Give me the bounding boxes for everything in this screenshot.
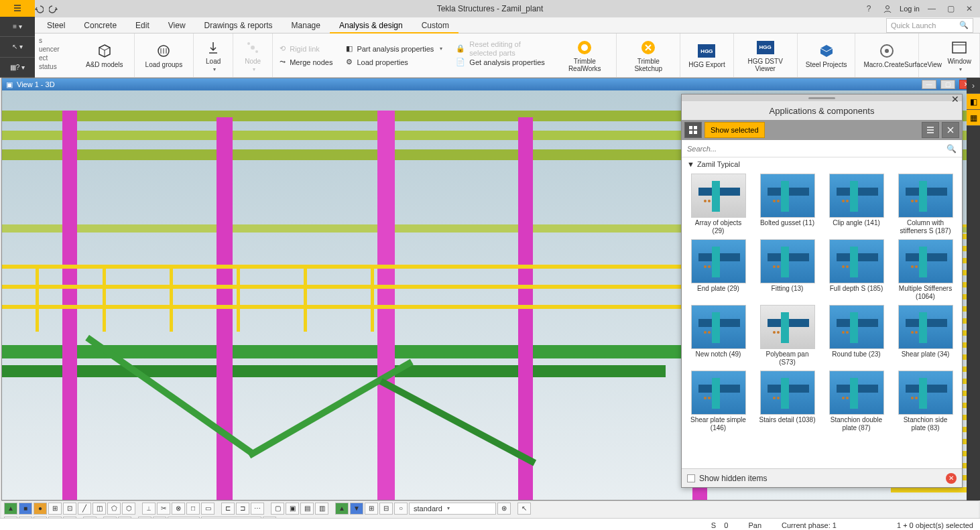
part-analysis-button[interactable]: ◧Part analysis properties [343,43,445,55]
snap-10[interactable]: ⟂ [142,503,156,515]
hgg-export-button[interactable]: HGGHGG Export [684,41,729,70]
help-icon[interactable]: ? [862,3,875,14]
login-link[interactable]: Log in [900,5,920,13]
close-icon[interactable]: ✕ [963,3,976,14]
view-window-header[interactable]: ▣ View 1 - 3D — ▢ ✕ [2,78,978,90]
grid-view-icon[interactable] [684,122,702,138]
trimble-sketchup-button[interactable]: Trimble Sketchup [621,38,676,74]
tree-header[interactable]: ▼ Zamil Typical [682,157,962,171]
standard-select[interactable]: standard [409,503,496,515]
snap-12[interactable]: ⊗ [172,503,185,515]
user-icon[interactable] [881,3,894,14]
cursor-button[interactable]: ↖ [517,503,531,515]
component-item[interactable]: Shear plate simple (146) [687,371,749,432]
show-selected-button[interactable]: Show selected [705,122,765,138]
menu-manage[interactable]: Manage [282,17,330,34]
hgg-dstv-button[interactable]: HGGHGG DSTV Viewer [738,38,793,74]
list-view-icon[interactable] [922,122,939,138]
snap-25[interactable]: ⊟ [379,503,393,515]
panel-search[interactable]: 🔍 [682,140,962,157]
snap-27[interactable]: ⊛ [497,503,511,515]
component-item[interactable]: Fitting (13) [756,239,818,301]
rail-menu-burger[interactable]: ≡ ▾ [0,17,35,37]
snap-2[interactable]: ■ [19,503,32,515]
component-item[interactable]: Clip angle (141) [825,174,887,235]
component-item[interactable]: Full depth S (185) [825,239,887,301]
load-groups-button[interactable]: Load groups [141,41,187,70]
view-maximize-icon[interactable]: ▢ [940,80,955,89]
rr-cube-icon[interactable]: ◧ [967,94,980,110]
reset-editing-button[interactable]: 🔒Reset editing of selected parts [453,43,548,55]
show-hidden-checkbox[interactable] [687,474,695,482]
search-input[interactable] [687,145,946,153]
snap-18[interactable]: ▢ [271,503,284,515]
snap-1[interactable]: ▲ [4,503,17,515]
menu-steel[interactable]: Steel [38,17,74,34]
macro-surface-button[interactable]: Macro.CreateSurfaceView [859,41,914,70]
component-item[interactable]: New notch (49) [687,305,749,367]
snap-16[interactable]: ⊐ [236,503,249,515]
snap-17[interactable]: ⋯ [251,503,264,515]
snap-5[interactable]: ⊡ [63,503,76,515]
snap-9[interactable]: ⬡ [122,503,135,515]
warning-icon[interactable]: ✕ [946,473,957,484]
steel-projects-button[interactable]: Steel Projects [802,41,851,70]
snap-23[interactable]: ▼ [350,503,363,515]
menu-concrete[interactable]: Concrete [74,17,126,34]
window-button[interactable]: Window [943,38,975,74]
snap-21[interactable]: ▥ [315,503,328,515]
component-item[interactable]: Round tube (23) [825,305,887,367]
component-item[interactable]: Shear plate (34) [894,305,957,367]
snap-3[interactable]: ● [34,503,47,515]
snap-4[interactable]: ⊞ [48,503,62,515]
collapse-icon[interactable] [942,122,959,138]
redo-icon[interactable] [48,3,59,14]
node-button[interactable]: Node [240,38,265,74]
ad-models-button[interactable]: A&D models [82,41,127,70]
snap-15[interactable]: ⊏ [221,503,235,515]
component-item[interactable]: Column with stiffeners S (187) [894,174,957,235]
load-properties-button[interactable]: ⚙Load properties [343,56,445,68]
load-button[interactable]: Load [200,38,226,74]
component-item[interactable]: Stanchion double plate (87) [825,371,887,432]
menu-drawings[interactable]: Drawings & reports [195,17,282,34]
component-item[interactable]: Polybeam pan (S73) [756,305,818,367]
component-item[interactable]: Stairs detail (1038) [756,371,818,432]
rr-grid-icon[interactable]: ▦ [967,110,980,126]
snap-22[interactable]: ▲ [335,503,349,515]
rail-arrow-button[interactable]: ↖ ▾ [0,37,35,57]
snap-20[interactable]: ▤ [300,503,314,515]
maximize-icon[interactable]: ▢ [944,3,957,14]
panel-close-icon[interactable]: ✕ [951,94,959,105]
snap-13[interactable]: □ [186,503,200,515]
view-minimize-icon[interactable]: — [922,80,936,89]
minimize-icon[interactable]: — [925,3,938,14]
snap-8[interactable]: ⬠ [107,503,121,515]
rail-menu-icon[interactable] [0,0,35,17]
trimble-realworks-button[interactable]: Trimble RealWorks [557,38,612,74]
snap-6[interactable]: ╱ [78,503,91,515]
undo-icon[interactable] [34,3,44,14]
snap-14[interactable]: ▭ [201,503,215,515]
snap-26[interactable]: ○ [394,503,408,515]
rigid-link-button[interactable]: ⟲Rigid link [277,43,335,55]
snap-24[interactable]: ⊞ [365,503,378,515]
component-item[interactable]: Bolted gusset (11) [756,174,818,235]
quick-launch-input[interactable]: Quick Launch 🔍 [886,18,973,33]
snap-7[interactable]: ◫ [93,503,106,515]
snap-11[interactable]: ✂ [157,503,170,515]
rr-expand-icon[interactable]: › [967,78,980,94]
menu-edit[interactable]: Edit [126,17,159,34]
menu-custom[interactable]: Custom [412,17,458,34]
panel-grip[interactable]: ✕ [682,94,962,101]
menu-view[interactable]: View [159,17,195,34]
merge-nodes-button[interactable]: ⤳Merge nodes [277,56,335,68]
component-item[interactable]: Array of objects (29) [687,174,749,235]
rail-help-button[interactable]: ▦? ▾ [0,58,35,78]
snap-19[interactable]: ▣ [286,503,299,515]
component-item[interactable]: Multiple Stiffeners (1064) [894,239,957,301]
component-item[interactable]: Stanchion side plate (83) [894,371,957,432]
get-analysis-button[interactable]: 📄Get analysis properties [453,56,548,68]
component-item[interactable]: End plate (29) [687,239,749,301]
menu-analysis[interactable]: Analysis & design [330,17,412,34]
